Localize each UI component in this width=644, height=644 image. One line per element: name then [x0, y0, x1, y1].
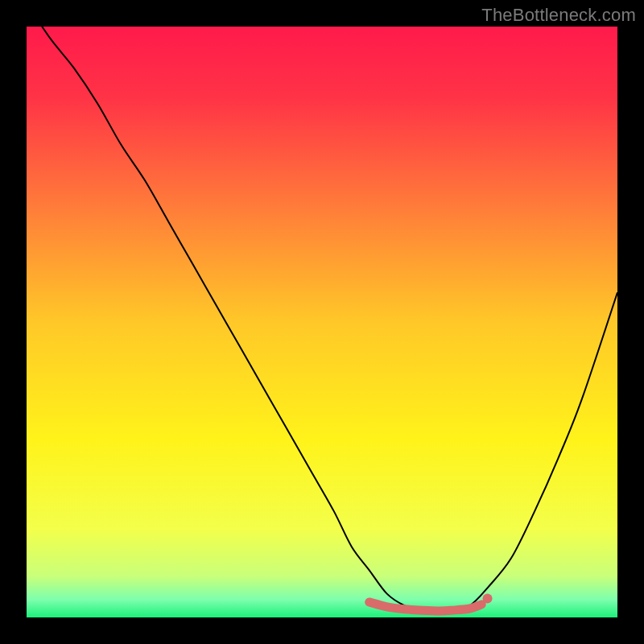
bottleneck-chart	[0, 0, 644, 644]
marker-dot	[483, 594, 493, 604]
plot-area	[27, 27, 617, 617]
watermark-text: TheBottleneck.com	[481, 5, 636, 26]
